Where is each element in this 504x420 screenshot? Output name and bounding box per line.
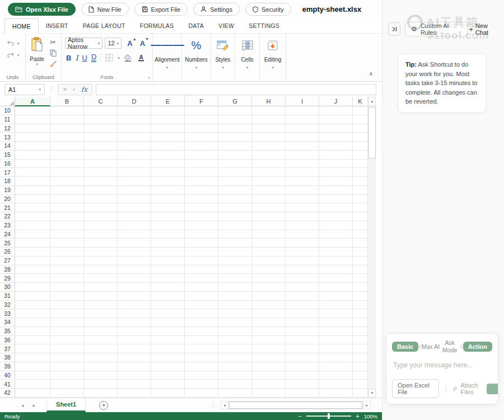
cell-C22[interactable] (84, 212, 118, 221)
cell-A21[interactable] (15, 203, 50, 212)
row-header-21[interactable]: 21 (0, 203, 15, 212)
cell-B36[interactable] (50, 336, 84, 344)
row-header-40[interactable]: 40 (0, 371, 15, 380)
sheetbar-dots-icon[interactable]: ⋮ (210, 402, 216, 409)
mode-max-ai-button[interactable]: Max AI (422, 343, 440, 351)
cell-G21[interactable] (218, 203, 252, 212)
cell-F32[interactable] (185, 301, 218, 309)
cell-E11[interactable] (151, 115, 185, 124)
cell-K15[interactable] (353, 151, 367, 159)
cell-J26[interactable] (319, 248, 353, 256)
cell-K14[interactable] (353, 142, 367, 150)
cell-H20[interactable] (252, 195, 286, 203)
cell-C19[interactable] (84, 186, 118, 194)
row-header-27[interactable]: 27 (0, 256, 15, 265)
cell-G23[interactable] (218, 221, 252, 230)
redo-caret-icon[interactable]: ▾ (17, 53, 20, 57)
cell-F12[interactable] (185, 124, 218, 133)
cell-C38[interactable] (84, 353, 118, 362)
cell-A37[interactable] (15, 344, 50, 353)
font-size-select[interactable]: 12 ▾ (105, 38, 122, 49)
cell-J35[interactable] (319, 327, 353, 335)
cell-E27[interactable] (151, 256, 185, 265)
scroll-down-icon[interactable]: ▾ (368, 389, 376, 398)
cell-H23[interactable] (252, 221, 286, 230)
cell-J14[interactable] (319, 142, 353, 150)
ribbon-collapse-icon[interactable]: ∧ (369, 71, 373, 77)
cell-C35[interactable] (84, 327, 118, 335)
cell-K42[interactable] (353, 389, 367, 397)
column-header-K[interactable]: K (353, 97, 367, 106)
cell-J24[interactable] (319, 230, 353, 239)
cell-I23[interactable] (286, 221, 319, 230)
mode-action-button[interactable]: Action (463, 342, 492, 352)
column-header-J[interactable]: J (319, 97, 353, 106)
cell-B39[interactable] (50, 362, 84, 371)
cell-E24[interactable] (151, 230, 185, 239)
cell-C34[interactable] (84, 318, 118, 326)
cell-G31[interactable] (218, 292, 252, 300)
cell-A35[interactable] (15, 327, 50, 335)
cell-A34[interactable] (15, 318, 50, 326)
add-sheet-button[interactable]: + (99, 401, 108, 410)
cell-C31[interactable] (84, 292, 118, 300)
cell-A38[interactable] (15, 353, 50, 362)
cell-A31[interactable] (15, 292, 50, 300)
cell-D35[interactable] (118, 327, 151, 335)
confirm-entry-icon[interactable]: ✓ (72, 86, 76, 92)
cell-B11[interactable] (50, 115, 84, 124)
cell-I34[interactable] (286, 318, 319, 326)
cell-F42[interactable] (185, 389, 218, 397)
cell-J11[interactable] (319, 115, 353, 124)
cell-D26[interactable] (118, 248, 151, 256)
cell-A36[interactable] (15, 336, 50, 344)
cell-B33[interactable] (50, 309, 84, 318)
row-header-13[interactable]: 13 (0, 133, 15, 141)
cell-C39[interactable] (84, 362, 118, 371)
cell-B27[interactable] (50, 256, 84, 265)
cell-H41[interactable] (252, 380, 286, 388)
fonts-dialog-launcher-icon[interactable]: ↘ (147, 75, 151, 80)
cell-G36[interactable] (218, 336, 252, 344)
cell-E38[interactable] (151, 353, 185, 362)
cell-E34[interactable] (151, 318, 185, 326)
cell-A14[interactable] (15, 142, 50, 150)
cell-K27[interactable] (353, 256, 367, 265)
cell-E13[interactable] (151, 133, 185, 141)
cell-E15[interactable] (151, 151, 185, 159)
cell-K21[interactable] (353, 203, 367, 212)
row-header-12[interactable]: 12 (0, 124, 15, 133)
cell-C18[interactable] (84, 177, 118, 185)
cell-K19[interactable] (353, 186, 367, 194)
cell-F27[interactable] (185, 256, 218, 265)
cell-I10[interactable] (286, 106, 319, 115)
cell-F17[interactable] (185, 168, 218, 176)
column-header-I[interactable]: I (286, 97, 319, 106)
paste-button[interactable]: Paste ▾ (28, 37, 46, 73)
cell-B42[interactable] (50, 389, 84, 397)
column-header-F[interactable]: F (185, 97, 218, 106)
cell-H32[interactable] (252, 301, 286, 309)
sheet-nav-left-icon[interactable]: ◂ (17, 403, 29, 408)
row-header-39[interactable]: 39 (0, 362, 15, 371)
cell-I42[interactable] (286, 389, 319, 397)
cell-K24[interactable] (353, 230, 367, 239)
cell-K36[interactable] (353, 336, 367, 344)
row-header-20[interactable]: 20 (0, 195, 15, 203)
formula-bar-handle-icon[interactable]: ⋮ (48, 86, 54, 93)
cell-G41[interactable] (218, 380, 252, 388)
cell-K37[interactable] (353, 344, 367, 353)
cell-K41[interactable] (353, 380, 367, 388)
cell-H39[interactable] (252, 362, 286, 371)
cell-K16[interactable] (353, 160, 367, 168)
cell-I25[interactable] (286, 239, 319, 247)
styles-button[interactable]: Styles ▾ (211, 34, 235, 81)
cell-F10[interactable] (185, 106, 218, 115)
cell-C37[interactable] (84, 344, 118, 353)
cell-J42[interactable] (319, 389, 353, 397)
cell-J32[interactable] (319, 301, 353, 309)
sidebar-collapse-button[interactable] (388, 22, 400, 36)
cell-J37[interactable] (319, 344, 353, 353)
select-all-corner[interactable] (0, 97, 15, 106)
cell-G11[interactable] (218, 115, 252, 124)
